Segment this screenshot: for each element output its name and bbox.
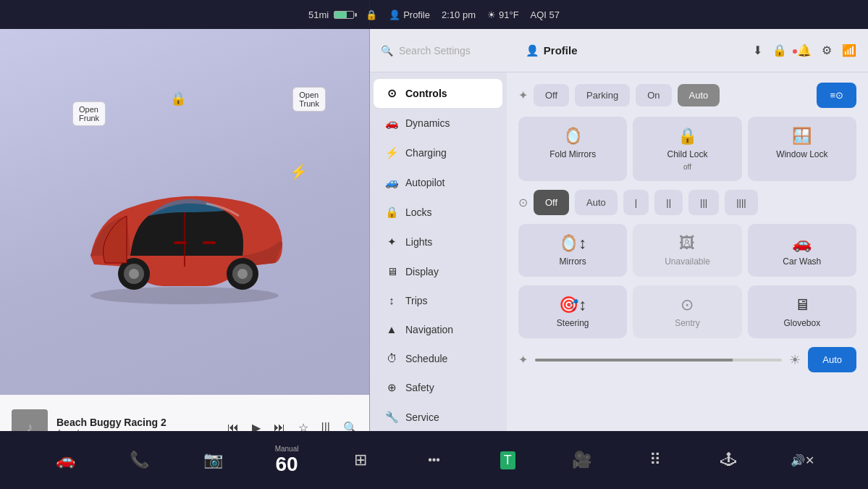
headlight-parking-button[interactable]: Parking	[575, 84, 630, 106]
headlight-auto-button[interactable]: Auto	[678, 84, 720, 106]
nav-autopilot[interactable]: 🚙 Autopilot	[374, 168, 502, 197]
speed-mode-label: Manual	[275, 445, 299, 453]
teslacam-icon: 🎥	[572, 451, 591, 469]
volume-icon: 🔊✕	[791, 454, 814, 467]
charging-label: Charging	[405, 147, 447, 159]
nav-safety[interactable]: ⊕ Safety	[374, 373, 502, 402]
car-image	[62, 147, 308, 306]
nav-display[interactable]: 🖥 Display	[374, 257, 502, 285]
lights-label: Lights	[405, 236, 432, 248]
sun-icon: ☀	[487, 9, 496, 20]
person-icon: 👤	[389, 9, 400, 20]
brightness-icon: ✦	[518, 353, 528, 367]
wiper-2-button[interactable]: ||	[654, 190, 683, 215]
search-box[interactable]: 🔍 Search Settings	[381, 45, 471, 57]
wiper-1-button[interactable]: |	[623, 190, 649, 215]
mirrors-icon: 🪞↕	[559, 234, 586, 253]
sentry-button[interactable]: ⊙ Sentry	[633, 285, 741, 338]
svg-point-7	[237, 269, 248, 279]
dynamics-icon: 🚗	[385, 117, 398, 130]
settings-nav: ⊙ Controls 🚗 Dynamics ⚡ Charging 🚙 Autop…	[369, 72, 507, 460]
joystick-icon: 🕹	[720, 451, 736, 469]
glovebox-label: Glovebox	[783, 318, 820, 328]
signal-icon[interactable]: 📶	[842, 43, 856, 57]
nav-locks[interactable]: 🔒 Locks	[374, 198, 502, 227]
unavailable-label: Unavailable	[665, 256, 710, 267]
taskbar-joystick[interactable]: 🕹	[692, 451, 766, 469]
lock-icon: 🔒	[170, 91, 186, 106]
profile-person-icon: 👤	[526, 44, 539, 57]
taskbar-speed-display: Manual 60	[250, 445, 324, 476]
charging-icon: ⚡	[385, 146, 398, 159]
open-trunk-button[interactable]: OpenTrunk	[292, 87, 326, 112]
child-lock-button[interactable]: 🔒 Child Lock off	[633, 117, 741, 181]
car-wash-label: Car Wash	[783, 256, 821, 267]
schedule-icon: ⏱	[385, 352, 398, 364]
nav-charging[interactable]: ⚡ Charging	[374, 138, 502, 167]
fold-mirrors-button[interactable]: 🪞 Fold Mirrors	[518, 117, 627, 181]
header-icons: ⬇ 🔒 🔔 ⚙ 📶	[753, 43, 856, 57]
taskbar-volume[interactable]: 🔊✕	[765, 454, 839, 467]
locks-label: Locks	[405, 206, 432, 218]
brightness-auto-button[interactable]: Auto	[808, 347, 856, 372]
controls-label: Controls	[405, 88, 447, 99]
open-frunk-button[interactable]: OpenFrunk	[72, 101, 106, 126]
wiper-off-button[interactable]: Off	[534, 190, 569, 215]
settings-header: 🔍 Search Settings 👤 Profile ⬇ 🔒 🔔 ⚙ 📶	[369, 29, 868, 72]
bell-icon[interactable]: 🔔	[797, 43, 812, 57]
service-icon: 🔧	[385, 411, 398, 424]
display-icon: 🖥	[385, 265, 398, 277]
speed-value: 60	[275, 453, 298, 476]
status-bar: 51mi 🔒 👤 Profile 2:10 pm ☀ 91°F AQI 57	[0, 0, 868, 29]
steering-button[interactable]: 🎯↕ Steering	[518, 285, 627, 338]
car-wash-button[interactable]: 🚗 Car Wash	[748, 224, 856, 277]
profile-area[interactable]: 👤 Profile	[526, 44, 578, 57]
mirrors-button[interactable]: 🪞↕ Mirrors	[518, 224, 627, 277]
nav-service[interactable]: 🔧 Service	[374, 403, 502, 432]
utility-features-grid: 🪞↕ Mirrors 🖼 Unavailable 🚗 Car Wash	[518, 224, 856, 277]
window-lock-label: Window Lock	[776, 149, 827, 159]
profile-status: 👤 Profile	[389, 9, 430, 20]
trips-label: Trips	[405, 295, 428, 306]
svg-point-4	[129, 269, 139, 279]
wiper-3-button[interactable]: |||	[688, 190, 719, 215]
wiper-4-button[interactable]: ||||	[725, 190, 758, 215]
bluetooth-icon[interactable]: ⚙	[822, 43, 832, 57]
high-beam-button[interactable]: ≡⊙	[817, 83, 856, 108]
wiper-icon: ⊙	[518, 196, 528, 209]
nav-dynamics[interactable]: 🚗 Dynamics	[374, 109, 502, 138]
door-features-grid: 🪞 Fold Mirrors 🔒 Child Lock off 🪟 Window…	[518, 117, 856, 181]
taskbar-music[interactable]: ⠿	[618, 451, 692, 469]
battery-icon	[334, 11, 354, 19]
mirrors-label: Mirrors	[560, 256, 586, 267]
lock-header-icon[interactable]: 🔒	[772, 43, 787, 57]
wiper-auto-button[interactable]: Auto	[575, 190, 618, 215]
temperature-value: 91°F	[499, 9, 519, 20]
taskbar-car[interactable]: 🚗	[29, 451, 103, 469]
sentry-label: Sentry	[675, 318, 700, 328]
download-icon[interactable]: ⬇	[753, 43, 762, 57]
brightness-slider[interactable]	[535, 359, 782, 361]
taskbar-apps[interactable]: ⊞	[324, 451, 397, 469]
nav-navigation[interactable]: ▲ Navigation	[374, 315, 502, 343]
glovebox-button[interactable]: 🖥 Glovebox	[748, 285, 856, 338]
schedule-label: Schedule	[405, 353, 447, 364]
autopilot-label: Autopilot	[405, 177, 444, 188]
taskbar-phone[interactable]: 📞	[103, 451, 177, 469]
taskbar-camera[interactable]: 📷	[176, 451, 250, 469]
nav-lights[interactable]: ✦ Lights	[374, 227, 502, 256]
nav-schedule[interactable]: ⏱ Schedule	[374, 344, 502, 372]
profile-label: Profile	[403, 9, 430, 20]
search-icon: 🔍	[381, 45, 393, 57]
headlight-on-button[interactable]: On	[636, 84, 671, 106]
lock-status: 🔒	[366, 9, 377, 20]
taskbar-text[interactable]: T	[471, 451, 544, 469]
nav-controls[interactable]: ⊙ Controls	[374, 79, 502, 108]
window-lock-button[interactable]: 🪟 Window Lock	[748, 117, 856, 181]
taskbar-teslacam[interactable]: 🎥	[544, 451, 618, 469]
headlight-off-button[interactable]: Off	[534, 84, 569, 106]
time-display: 2:10 pm	[442, 9, 476, 20]
taskbar-more[interactable]: •••	[397, 454, 471, 467]
nav-trips[interactable]: ↕ Trips	[374, 286, 502, 314]
aqi-value: AQI 57	[531, 9, 560, 20]
